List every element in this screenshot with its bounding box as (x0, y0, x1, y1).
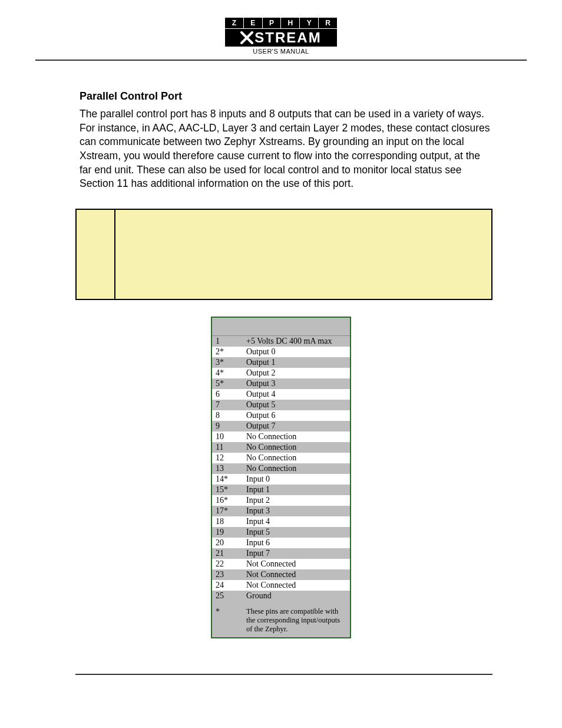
table-row: 19Input 5 (211, 527, 351, 538)
table-row: 8Output 6 (211, 410, 351, 421)
section-title: Parallel Control Port (80, 90, 527, 103)
pin-cell: 25 (211, 591, 243, 601)
pin-cell: 16* (211, 495, 243, 506)
table-row: 14*Input 0 (211, 474, 351, 485)
table-row: 5*Output 3 (211, 378, 351, 389)
desc-cell: Output 4 (243, 389, 351, 400)
logo-letter: Y (300, 18, 319, 28)
pin-cell: 11 (211, 442, 243, 453)
callout-box (75, 209, 492, 300)
pin-cell: 23 (211, 569, 243, 580)
logo-top-row: Z E P H Y R (225, 18, 337, 28)
footnote-text: These pins are compatible with the corre… (243, 601, 351, 638)
desc-cell: Output 6 (243, 410, 351, 421)
desc-cell: Input 2 (243, 495, 351, 506)
pin-table: 1+5 Volts DC 400 mA max2*Output 03*Outpu… (211, 317, 351, 638)
desc-cell: Input 7 (243, 548, 351, 559)
table-row: 25Ground (211, 591, 351, 601)
pin-cell: 4* (211, 368, 243, 378)
table-row: 2*Output 0 (211, 347, 351, 357)
page-header: Z E P H Y R STREAM USER'S MANUAL (35, 18, 527, 61)
table-row: 21Input 7 (211, 548, 351, 559)
logo-letter: R (319, 18, 337, 28)
table-row: 7Output 5 (211, 400, 351, 410)
table-row: 12No Connection (211, 453, 351, 463)
logo-mid-text: STREAM (254, 29, 321, 46)
pin-cell: 17* (211, 506, 243, 516)
desc-cell: Input 1 (243, 485, 351, 495)
table-row: 15*Input 1 (211, 485, 351, 495)
logo-subtitle: USER'S MANUAL (225, 48, 337, 55)
table-row: 9Output 7 (211, 421, 351, 431)
footer-rule (75, 674, 492, 675)
callout-left-cell (77, 210, 115, 299)
table-row: 22Not Connected (211, 559, 351, 569)
table-row: 10No Connection (211, 431, 351, 442)
pin-cell: 20 (211, 538, 243, 548)
pin-cell: 21 (211, 548, 243, 559)
zephyr-xstream-logo: Z E P H Y R STREAM USER'S MANUAL (225, 18, 337, 55)
desc-cell: Not Connected (243, 559, 351, 569)
desc-cell: Input 6 (243, 538, 351, 548)
desc-cell: No Connection (243, 453, 351, 463)
table-row: 23Not Connected (211, 569, 351, 580)
desc-cell: Output 5 (243, 400, 351, 410)
desc-cell: Output 3 (243, 378, 351, 389)
pin-cell: 8 (211, 410, 243, 421)
desc-cell: Not Connected (243, 569, 351, 580)
table-row: 6Output 4 (211, 389, 351, 400)
table-row: 1+5 Volts DC 400 mA max (211, 335, 351, 347)
pin-cell: 9 (211, 421, 243, 431)
table-row: 4*Output 2 (211, 368, 351, 378)
callout-right-cell (115, 210, 491, 299)
pin-cell: 13 (211, 463, 243, 474)
table-row: 13No Connection (211, 463, 351, 474)
pin-cell: 6 (211, 389, 243, 400)
table-row: 16*Input 2 (211, 495, 351, 506)
footnote-mark: * (211, 601, 243, 638)
desc-cell: Input 4 (243, 516, 351, 527)
desc-cell: Input 0 (243, 474, 351, 485)
logo-letter: P (263, 18, 282, 28)
desc-cell: Ground (243, 591, 351, 601)
table-row: 24Not Connected (211, 580, 351, 591)
desc-cell: No Connection (243, 463, 351, 474)
desc-cell: No Connection (243, 442, 351, 453)
pin-cell: 22 (211, 559, 243, 569)
desc-cell: Output 7 (243, 421, 351, 431)
pin-cell: 2* (211, 347, 243, 357)
pin-cell: 19 (211, 527, 243, 538)
pin-cell: 14* (211, 474, 243, 485)
table-row: 3*Output 1 (211, 357, 351, 368)
desc-cell: Output 0 (243, 347, 351, 357)
pin-cell: 7 (211, 400, 243, 410)
pin-cell: 5* (211, 378, 243, 389)
pin-cell: 24 (211, 580, 243, 591)
desc-cell: Output 2 (243, 368, 351, 378)
pin-cell: 18 (211, 516, 243, 527)
desc-cell: Not Connected (243, 580, 351, 591)
table-row: 20Input 6 (211, 538, 351, 548)
logo-mid-row: STREAM (225, 28, 337, 47)
desc-cell: +5 Volts DC 400 mA max (243, 335, 351, 347)
pin-cell: 12 (211, 453, 243, 463)
pin-cell: 1 (211, 335, 243, 347)
desc-cell: Input 5 (243, 527, 351, 538)
table-row: 18Input 4 (211, 516, 351, 527)
desc-cell: No Connection (243, 431, 351, 442)
pin-cell: 10 (211, 431, 243, 442)
page: Z E P H Y R STREAM USER'S MANUAL Paralle… (0, 0, 562, 710)
section-paragraph: The parallel control port has 8 inputs a… (80, 107, 491, 191)
desc-cell: Input 3 (243, 506, 351, 516)
pin-cell: 15* (211, 485, 243, 495)
table-row: 17*Input 3 (211, 506, 351, 516)
table-row: 11No Connection (211, 442, 351, 453)
pin-table-header (211, 317, 351, 336)
logo-letter: H (281, 18, 300, 28)
logo-letter: Z (225, 18, 244, 28)
pin-table-wrap: 1+5 Volts DC 400 mA max2*Output 03*Outpu… (35, 317, 527, 638)
x-icon (240, 31, 253, 44)
desc-cell: Output 1 (243, 357, 351, 368)
pin-cell: 3* (211, 357, 243, 368)
logo-letter: E (244, 18, 263, 28)
